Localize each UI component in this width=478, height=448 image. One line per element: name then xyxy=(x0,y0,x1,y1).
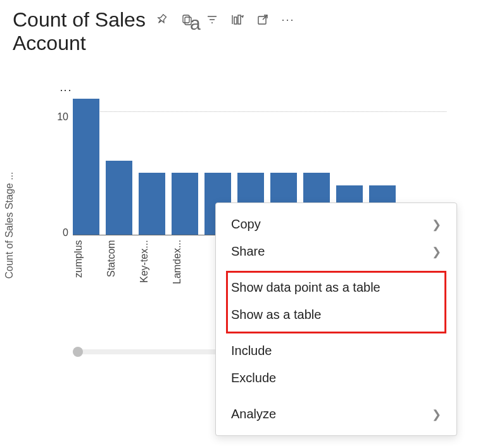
menu-label: Show as a table xyxy=(231,308,321,322)
popout-icon[interactable] xyxy=(256,13,270,27)
chart-kebab-icon[interactable]: ⋮ xyxy=(59,85,73,95)
spotlight-icon[interactable] xyxy=(230,13,244,27)
svg-rect-0 xyxy=(183,15,189,23)
menu-item-share[interactable]: Share ❯ xyxy=(216,238,456,265)
bar-0[interactable] xyxy=(73,99,99,235)
context-menu: Copy ❯ Share ❯ Show data point as a tabl… xyxy=(215,202,457,436)
page-title-line1: Count of Sales xyxy=(13,8,146,32)
page-title-line2: Account xyxy=(0,32,478,55)
menu-label: Copy xyxy=(231,217,261,232)
menu-item-include[interactable]: Include xyxy=(216,337,456,364)
menu-label: Share xyxy=(231,244,265,259)
menu-item-show-data-point[interactable]: Show data point as a table xyxy=(216,274,456,301)
x-label-2: Key-tex... xyxy=(139,240,165,313)
svg-rect-7 xyxy=(238,15,241,24)
y-tick-10: 10 xyxy=(43,111,68,123)
bar-3[interactable] xyxy=(172,173,198,235)
menu-item-copy[interactable]: Copy ❯ xyxy=(216,211,456,238)
menu-label: Include xyxy=(231,344,272,358)
menu-label: Show data point as a table xyxy=(231,280,381,295)
filter-icon[interactable] xyxy=(205,13,219,27)
x-label-0: zumplus xyxy=(73,240,99,313)
x-label-1: Statcom xyxy=(106,240,132,313)
chevron-right-icon: ❯ xyxy=(432,245,441,259)
menu-item-exclude[interactable]: Exclude xyxy=(216,364,456,392)
y-axis-label: Count of Sales Stage ... xyxy=(4,149,15,301)
title-obscured-char: a xyxy=(190,13,201,34)
chevron-right-icon: ❯ xyxy=(432,218,441,232)
x-label-3: Lamdex... xyxy=(172,240,198,313)
pin-icon[interactable] xyxy=(154,13,168,27)
visual-toolbar: ··· xyxy=(154,13,295,27)
bar-1[interactable] xyxy=(106,161,132,235)
scroll-thumb[interactable] xyxy=(73,347,83,357)
chevron-right-icon: ❯ xyxy=(432,408,441,421)
menu-item-analyze[interactable]: Analyze ❯ xyxy=(216,401,456,428)
menu-label: Exclude xyxy=(231,371,276,385)
bar-2[interactable] xyxy=(139,173,165,235)
menu-item-show-as-table[interactable]: Show as a table xyxy=(216,301,456,328)
svg-rect-6 xyxy=(234,17,237,24)
menu-label: Analyze xyxy=(231,407,276,421)
more-icon[interactable]: ··· xyxy=(281,13,295,27)
y-tick-0: 0 xyxy=(43,227,68,239)
